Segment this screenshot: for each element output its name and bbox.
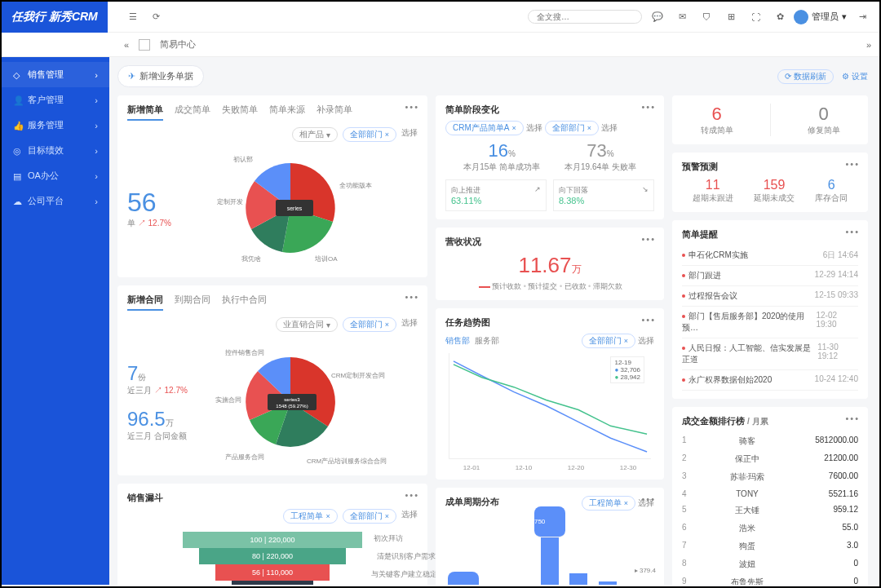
card-reminders: ••• 简单提醒 申石化CRM实施6日 14:64部门跟进12-29 14:14… [672,220,868,399]
gear-icon[interactable]: ✿ [773,10,787,24]
table-row: 2保正中21200.00 [682,450,858,468]
filter-contract-dept[interactable]: 全部部门 × [343,317,396,332]
filter-funnel-type[interactable]: 工程简单 × [283,509,337,524]
card-title: 销售漏斗 [127,492,418,504]
sidebar-item-sales[interactable]: ◇销售管理› [2,62,109,87]
tab-contract-run[interactable]: 执行中合同 [222,294,267,311]
pie-chart-contract: series31548 (59.27%) 控件销售合同 CRM定制开发合同 实施… [209,337,388,467]
table-row: 3苏菲·玛索7600.00 [682,468,858,486]
filter-contract-type[interactable]: 业直销合同 ▾ [276,317,338,332]
logout-icon[interactable]: ⇥ [855,10,870,24]
shield-icon[interactable]: ⛉ [699,10,714,24]
doc-icon: ▤ [13,171,23,181]
more-icon[interactable]: ••• [641,315,656,325]
card-trend: ••• 任务趋势图 销售部 服务部 全部部门 × 选择 12-19 ● 32,7… [436,308,664,480]
sidebar-item-target[interactable]: ◎目标绩效› [2,138,109,163]
new-order-button[interactable]: ✈新增业务单据 [117,65,204,87]
card-period: ••• 成单周期分布 工程简单 × 选择 200 750 ▸ 379.4 7天7… [436,488,664,585]
more-icon[interactable]: ••• [641,102,656,112]
more-icon[interactable]: ••• [405,292,419,302]
breadcrumb-bar: « 简易中心 » [2,33,879,57]
refresh-icon[interactable]: ⟳ [148,10,163,24]
sidebar-item-oa[interactable]: ▤OA办公› [2,163,109,188]
tag-icon: ◇ [13,70,23,80]
filter-funnel-dept[interactable]: 全部部门 × [343,509,396,524]
svg-text:控件销售合同: 控件销售合同 [225,349,264,356]
grid-icon[interactable]: ⊞ [724,10,738,24]
card-title: 成交金额排行榜 [682,416,745,426]
more-icon[interactable]: ••• [641,494,656,504]
home-icon[interactable] [139,39,150,51]
forward-icon[interactable]: » [866,40,871,50]
funnel-chart: 100 | 220,000 80 | 220,000 56 | 110,000 … [166,532,379,585]
tab-contract-due[interactable]: 到期合同 [175,294,210,311]
chip-product[interactable]: CRM产品简单A × [445,121,524,135]
svg-text:series3: series3 [284,397,300,402]
mail-icon[interactable]: ✉ [675,10,689,24]
thumb-icon: 👍 [13,121,23,130]
svg-text:定制开发: 定制开发 [217,198,243,206]
svg-text:产品服务合同: 产品服务合同 [225,453,264,461]
svg-text:实施合同: 实施合同 [215,396,241,404]
svg-text:1548 (59.27%): 1548 (59.27%) [276,404,308,409]
tab-new[interactable]: 新增简单 [127,104,163,121]
bar-chart: 200 750 ▸ 379.4 [445,513,654,585]
settings-button[interactable]: ⚙ 设置 [842,71,868,82]
tab-fail[interactable]: 失败简单 [222,104,258,121]
more-icon[interactable]: ••• [845,413,860,423]
table-row: 4TONY5521.16 [682,486,858,502]
list-item[interactable]: 永广权界数据创始202010-24 12:40 [682,370,858,391]
filter-select[interactable]: 选择 [401,317,418,332]
tab-contract-new[interactable]: 新增合同 [127,294,163,311]
user-menu[interactable]: 管理员 ▾ [794,10,847,24]
list-item[interactable]: 部门跟进12-29 14:14 [682,266,858,286]
card-title: 成单周期分布 [445,496,499,508]
search-input[interactable] [528,10,642,24]
menu-icon[interactable]: ☰ [126,10,140,24]
list-item[interactable]: 申石化CRM实施6日 14:64 [682,245,858,266]
filter-product[interactable]: 相产品 ▾ [292,127,338,142]
more-icon[interactable]: ••• [845,159,860,169]
chip-dept[interactable]: 全部部门 × [545,121,599,135]
svg-text:初认部: 初认部 [233,156,253,163]
line-chart: 12-19 ● 32,706 ● 28,942 [449,353,651,459]
table-row: 9布鲁先斯0 [682,573,858,585]
filter-dept[interactable]: 全部部门 × [343,127,396,142]
chip-type[interactable]: 工程简单 × [582,496,635,511]
list-item[interactable]: 部门【售后服务部】2020的使用预…12-02 19:30 [682,307,858,338]
chat-icon[interactable]: 💬 [650,10,665,24]
more-icon[interactable]: ••• [405,102,419,112]
card-title: 简单阶段变化 [445,104,654,116]
list-item[interactable]: 人民日报：人工智能、信实发展是正道11-30 19:12 [682,338,858,370]
avatar [794,10,808,24]
data-refresh-button[interactable]: ⟳ 数据刷新 [777,69,834,84]
svg-text:CRM定制开发合同: CRM定制开发合同 [331,372,385,379]
back-icon[interactable]: « [124,40,129,50]
expand-icon[interactable]: ⛶ [748,10,763,24]
card-title: 简单提醒 [682,228,858,241]
filter-select[interactable]: 选择 [401,509,418,524]
filter-select[interactable]: 选择 [401,127,418,142]
svg-text:我凭啥: 我凭啥 [241,255,261,263]
more-icon[interactable]: ••• [405,490,419,500]
chevron-down-icon: ▾ [842,11,847,22]
chart-tooltip: 12-19 ● 32,706 ● 28,942 [610,356,644,383]
sidebar-item-customer[interactable]: 👤客户管理› [2,87,109,113]
sidebar-item-company[interactable]: ☁公司平台› [2,188,109,214]
tab-deal[interactable]: 成交简单 [175,104,210,121]
orders-count: 56 [127,188,209,218]
more-icon[interactable]: ••• [845,227,860,237]
table-row: 5王大锤959.12 [682,502,858,519]
table-row: 6浩米55.0 [682,519,858,537]
tab-add[interactable]: 补录简单 [317,104,352,121]
svg-text:series: series [287,206,303,211]
more-icon[interactable]: ••• [641,234,656,244]
svg-text:CRM产品培训服务综合合同: CRM产品培训服务综合合同 [307,458,387,465]
user-icon: 👤 [13,95,23,105]
list-item[interactable]: 过程报告会议12-15 09:33 [682,286,858,307]
breadcrumb[interactable]: 简易中心 [160,38,196,51]
sidebar-item-service[interactable]: 👍服务管理› [2,113,109,138]
chip-dept[interactable]: 全部部门 × [582,334,635,348]
svg-text:全功能版本: 全功能版本 [339,182,372,189]
tab-source[interactable]: 简单来源 [269,104,305,121]
